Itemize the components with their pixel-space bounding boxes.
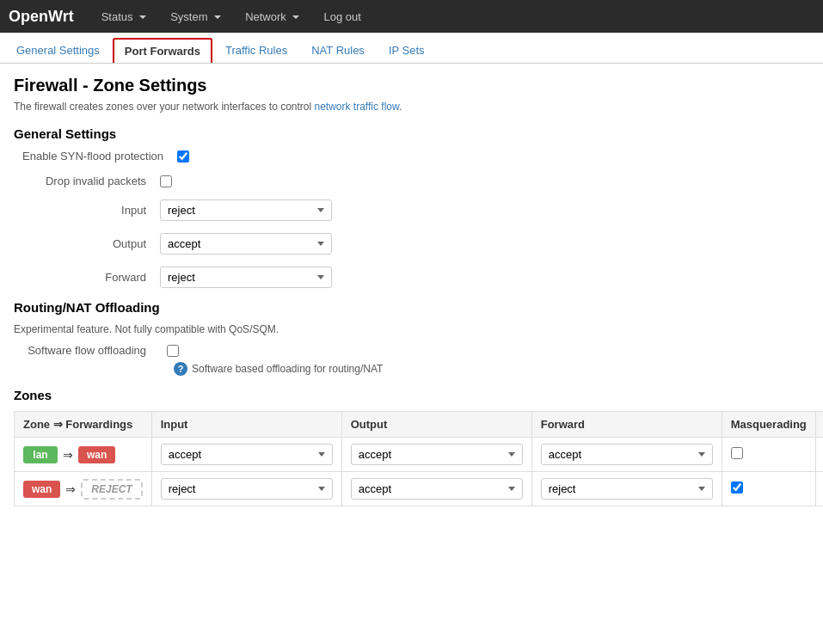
zone-forward-cell: accept reject drop [531,438,722,472]
zone-output-cell: accept reject drop [341,438,531,472]
navbar: OpenWrt Status System Network Log out [0,0,823,33]
zones-section: Zones Zone ⇒ Forwardings Input Output Fo… [14,388,809,506]
zone-forward-cell: accept reject drop [531,472,722,506]
arrow-icon: ⇒ [63,448,73,462]
zone-forward-select[interactable]: accept reject drop [541,444,713,465]
input-label: Input [22,204,160,217]
zone-forwardings-cell: wan ⇒ REJECT [15,472,152,506]
zone-output-select[interactable]: accept reject drop [351,444,523,465]
nav-item-logout[interactable]: Log out [313,3,371,30]
drop-invalid-label: Drop invalid packets [22,175,160,187]
zone-actions-cell: Edit Delete [815,472,823,506]
zone-masquerading-checkbox[interactable] [731,481,743,494]
col-forward: Forward [531,412,722,438]
forward-select[interactable]: accept reject drop [160,267,332,288]
zone-actions-cell: Edit Delete [815,438,823,472]
output-label: Output [22,237,160,250]
software-offload-group: Software flow offloading [14,344,809,357]
nav-link-network[interactable]: Network [235,3,310,30]
tab-ip-sets[interactable]: IP Sets [378,38,436,63]
input-group: Input accept reject drop [14,199,809,221]
drop-invalid-checkbox[interactable] [160,175,172,187]
offload-hint-text: Software based offloading for routing/NA… [192,363,383,375]
tabs-bar: General Settings Port Forwards Traffic R… [0,33,823,64]
offload-hint-row: ? Software based offloading for routing/… [14,362,809,376]
zones-table-header-row: Zone ⇒ Forwardings Input Output Forward … [15,412,824,438]
forward-group: Forward accept reject drop [14,267,809,288]
zone-input-cell: accept reject drop [151,472,341,506]
syn-flood-checkbox[interactable] [177,150,189,163]
general-settings-title: General Settings [14,126,809,141]
nav-link-status[interactable]: Status [91,3,157,30]
routing-nat-description: Experimental feature. Not fully compatib… [14,323,809,335]
nav-item-system[interactable]: System [160,3,231,30]
traffic-flow-link[interactable]: network traffic flow [315,101,399,113]
zone-output-cell: accept reject drop [341,472,531,506]
tab-traffic-rules[interactable]: Traffic Rules [214,38,298,63]
zone-forward-select[interactable]: accept reject drop [541,478,713,500]
nav-menu: Status System Network Log out [91,3,372,30]
zone-from-badge: wan [23,481,60,498]
zone-output-select[interactable]: accept reject drop [351,478,523,500]
nav-item-status[interactable]: Status [91,3,157,30]
zones-table: Zone ⇒ Forwardings Input Output Forward … [14,411,823,506]
nav-item-network[interactable]: Network [235,3,310,30]
page-description: The firewall creates zones over your net… [14,101,809,113]
caret-icon [139,15,146,19]
routing-nat-title: Routing/NAT Offloading [14,300,809,315]
table-row: wan ⇒ REJECT accept reject drop accept r… [15,472,824,506]
output-select[interactable]: accept reject drop [160,233,332,255]
zone-cell-inner: lan ⇒ wan [23,446,143,463]
tab-general-settings[interactable]: General Settings [5,38,111,63]
zones-title: Zones [14,388,809,402]
zone-masquerading-checkbox[interactable] [731,447,743,459]
drop-invalid-group: Drop invalid packets [14,175,809,187]
zone-input-select[interactable]: accept reject drop [161,444,333,465]
syn-flood-group: Enable SYN-flood protection [14,150,809,163]
zone-from-badge: lan [23,446,58,463]
brand-logo[interactable]: OpenWrt [9,8,74,26]
software-offload-checkbox[interactable] [167,345,179,357]
zone-to-badge: wan [78,446,115,463]
syn-flood-label: Enable SYN-flood protection [22,150,177,163]
col-actions [815,412,823,438]
zone-cell-inner: wan ⇒ REJECT [23,479,143,500]
zone-masquerading-cell [722,438,815,472]
zone-forwardings-cell: lan ⇒ wan [15,438,152,472]
arrow-icon: ⇒ [65,482,76,496]
caret-icon [214,15,221,19]
page-title: Firewall - Zone Settings [14,76,809,95]
col-output: Output [341,412,531,438]
col-masquerading: Masquerading [722,412,815,438]
input-select[interactable]: accept reject drop [160,199,332,221]
tab-port-forwards[interactable]: Port Forwards [113,38,212,63]
caret-icon [292,15,299,19]
tab-nat-rules[interactable]: NAT Rules [300,38,376,63]
zone-input-select[interactable]: accept reject drop [161,478,333,500]
forward-label: Forward [22,271,160,284]
main-content: Firewall - Zone Settings The firewall cr… [0,64,823,518]
output-group: Output accept reject drop [14,233,809,255]
zone-masquerading-cell [722,472,815,506]
col-input: Input [151,412,341,438]
table-row: lan ⇒ wan accept reject drop accept reje… [15,438,824,472]
software-offload-label: Software flow offloading [22,344,160,357]
col-zone-forwardings: Zone ⇒ Forwardings [15,412,152,438]
zone-to-badge: REJECT [81,479,142,500]
nav-link-logout[interactable]: Log out [313,3,371,30]
nav-link-system[interactable]: System [160,3,231,30]
info-icon: ? [174,362,187,376]
zone-input-cell: accept reject drop [151,438,341,472]
